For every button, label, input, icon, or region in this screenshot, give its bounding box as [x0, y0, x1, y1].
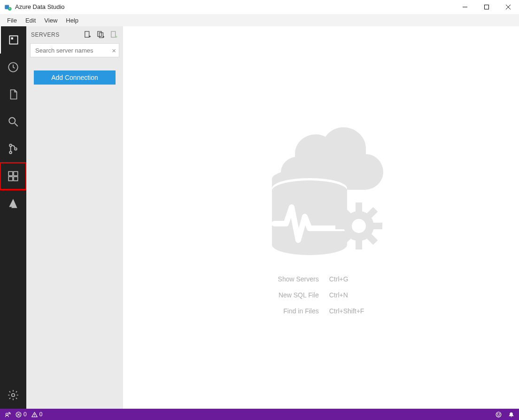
activity-servers-icon[interactable]: [0, 26, 26, 54]
menu-view[interactable]: View: [40, 16, 62, 25]
svg-rect-35: [356, 202, 362, 212]
servers-panel-title: SERVERS: [31, 31, 79, 38]
servers-panel-header: SERVERS: [26, 26, 123, 43]
activity-search-icon[interactable]: [0, 108, 26, 135]
maximize-button[interactable]: [476, 0, 497, 14]
svg-point-34: [352, 219, 366, 233]
activity-settings-icon[interactable]: [0, 381, 26, 409]
add-connection-button[interactable]: Add Connection: [34, 70, 116, 85]
title-bar: Azure Data Studio: [0, 0, 519, 14]
svg-rect-3: [485, 5, 489, 9]
svg-rect-15: [14, 171, 18, 176]
svg-point-9: [9, 117, 15, 124]
svg-point-27: [115, 36, 117, 38]
activity-source-control-icon[interactable]: [0, 135, 26, 163]
shortcut-label: New SQL File: [278, 291, 319, 299]
minimize-button[interactable]: [454, 0, 476, 14]
svg-rect-7: [11, 38, 13, 39]
shortcut-keys: Ctrl+G: [329, 275, 364, 283]
window-controls: [454, 0, 519, 14]
svg-rect-36: [356, 240, 362, 249]
svg-rect-19: [85, 31, 89, 37]
shortcut-label: Show Servers: [278, 275, 319, 283]
svg-rect-37: [335, 223, 345, 229]
svg-point-30: [272, 234, 347, 255]
svg-point-43: [6, 413, 8, 415]
app-title: Azure Data Studio: [15, 3, 65, 10]
svg-line-10: [15, 123, 18, 126]
svg-point-13: [15, 148, 17, 150]
svg-rect-17: [14, 177, 18, 181]
menu-bar: File Edit View Help: [0, 14, 519, 26]
server-search-input[interactable]: [31, 44, 119, 57]
svg-rect-6: [9, 36, 17, 44]
shortcut-keys: Ctrl+Shift+F: [329, 307, 364, 315]
servers-panel: SERVERS × Add Connection: [26, 26, 123, 409]
svg-rect-38: [373, 223, 382, 229]
menu-edit[interactable]: Edit: [21, 16, 40, 25]
status-errors[interactable]: 0: [15, 411, 27, 418]
svg-rect-16: [8, 177, 13, 181]
activity-azure-icon[interactable]: [0, 190, 26, 217]
new-server-group-icon[interactable]: [97, 30, 105, 40]
activity-extensions-icon[interactable]: [0, 163, 26, 190]
svg-point-11: [9, 144, 12, 147]
svg-point-18: [12, 394, 15, 397]
svg-point-50: [497, 413, 498, 414]
svg-rect-14: [8, 171, 13, 176]
svg-point-48: [34, 416, 35, 416]
menu-help[interactable]: Help: [62, 16, 83, 25]
editor-area: Show Servers Ctrl+G New SQL File Ctrl+N …: [123, 26, 519, 409]
status-bar: 0 0: [0, 409, 519, 420]
svg-point-12: [9, 151, 12, 154]
close-button[interactable]: [497, 0, 519, 14]
svg-point-49: [496, 412, 501, 417]
show-active-connections-icon[interactable]: [110, 30, 118, 40]
activity-task-history-icon[interactable]: [0, 54, 26, 81]
new-connection-icon[interactable]: [84, 30, 92, 40]
app-icon: [4, 3, 12, 11]
activity-bar: [0, 26, 26, 409]
menu-file[interactable]: File: [3, 16, 21, 25]
svg-rect-26: [111, 31, 116, 37]
svg-point-32: [272, 180, 347, 201]
status-warning-count: 0: [39, 411, 43, 418]
shortcut-keys: Ctrl+N: [329, 291, 364, 299]
status-remote-icon[interactable]: [5, 412, 11, 418]
clear-search-icon[interactable]: ×: [112, 47, 116, 54]
shortcut-label: Find in Files: [278, 307, 319, 315]
status-notifications-icon[interactable]: [508, 412, 514, 418]
welcome-graphic-icon: [248, 106, 394, 261]
status-error-count: 0: [23, 411, 27, 418]
welcome-shortcuts: Show Servers Ctrl+G New SQL File Ctrl+N …: [278, 275, 364, 315]
server-search-box: ×: [30, 43, 119, 57]
status-warnings[interactable]: 0: [31, 411, 43, 418]
status-feedback-icon[interactable]: [496, 412, 502, 418]
activity-explorer-icon[interactable]: [0, 81, 26, 108]
svg-point-51: [499, 413, 500, 414]
